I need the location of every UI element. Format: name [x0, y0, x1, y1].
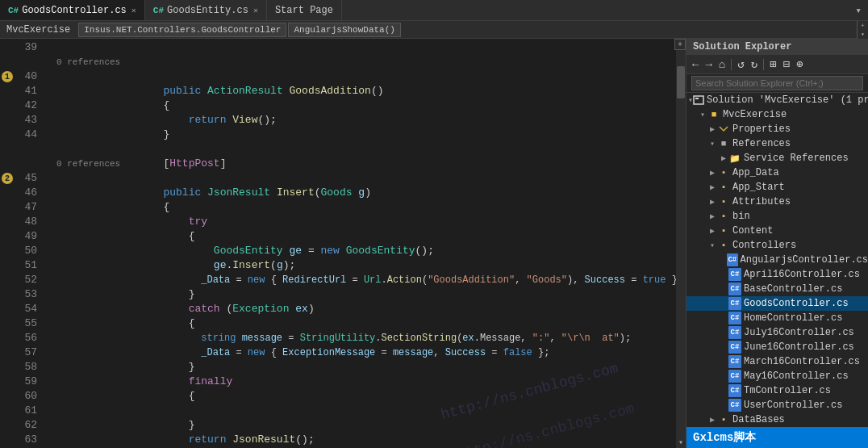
se-appstart[interactable]: ▶ ▪ App_Start	[686, 180, 868, 195]
se-appdata[interactable]: ▶ ▪ App_Data	[686, 165, 868, 180]
attributes-icon: ▪	[717, 195, 730, 208]
tab-startpage-label: Start Page	[275, 5, 333, 16]
bookmark-2: 2	[0, 171, 15, 186]
breadcrumb-namespace[interactable]: Insus.NET.Controllers.GoodsController	[78, 23, 286, 37]
close-tab-goodsentity[interactable]: ✕	[253, 6, 258, 15]
se-btn-refresh1[interactable]: ↺	[735, 57, 746, 72]
scrollbar-vertical[interactable]: ▴ ▾	[676, 39, 686, 448]
project-icon: ■	[707, 108, 720, 121]
close-tab-goodscontroller[interactable]: ✕	[131, 6, 136, 15]
se-references[interactable]: ▾ ■ References	[686, 136, 868, 151]
march16-icon: C#	[728, 355, 741, 368]
se-march16-label: March16Controller.cs	[744, 356, 860, 367]
se-tm-label: TmController.cs	[744, 385, 831, 396]
scrollbar-thumb[interactable]	[677, 66, 685, 98]
se-header: Solution Explorer	[686, 39, 868, 55]
se-controllers-label: Controllers	[732, 240, 796, 251]
se-controllers[interactable]: ▾ ▪ Controllers	[686, 238, 868, 253]
se-project-label: MvcExercise	[723, 109, 787, 120]
properties-icon	[717, 123, 730, 136]
code-refcount-40: 0 references	[50, 55, 670, 69]
se-june16[interactable]: ▶ C# June16Controller.cs	[686, 340, 868, 354]
main-area: + 1 2	[0, 39, 868, 448]
se-user-label: UserController.cs	[744, 400, 842, 411]
se-appstart-label: App_Start	[732, 182, 785, 193]
references-arrow: ▾	[707, 139, 717, 149]
tab-startpage[interactable]: Start Page	[267, 0, 342, 20]
se-july16[interactable]: ▶ C# July16Controller.cs	[686, 325, 868, 340]
project-arrow: ▾	[698, 110, 707, 119]
se-search	[686, 74, 868, 93]
svg-rect-0	[694, 96, 703, 104]
se-btn-expand[interactable]: ⊞	[767, 57, 778, 72]
databases-arrow: ▶	[707, 415, 717, 425]
se-angularjs[interactable]: ▶ C# AngularjsController.cs	[686, 253, 868, 267]
tab-goodscontroller[interactable]: C# GoodsController.cs ✕	[0, 0, 145, 20]
se-service-references[interactable]: ▶ 📁 Service References	[686, 151, 868, 165]
toolbar-scroll-down[interactable]: ▾	[858, 30, 868, 39]
scrollbar-track[interactable]	[676, 115, 686, 437]
angularjs-icon: C#	[727, 253, 737, 266]
se-march16[interactable]: ▶ C# March16Controller.cs	[686, 354, 868, 369]
se-goodscontroller-label: GoodsController.cs	[744, 298, 849, 309]
se-base[interactable]: ▶ C# BaseController.cs	[686, 282, 868, 296]
scrollbar-down-button[interactable]: ▾	[676, 437, 686, 448]
content-icon: ▪	[717, 224, 730, 237]
se-properties[interactable]: ▶ Properties	[686, 122, 868, 136]
bin-arrow: ▶	[707, 211, 717, 221]
se-home[interactable]: ▶ C# HomeController.cs	[686, 311, 868, 325]
breadcrumb-method[interactable]: AngularjsShowData()	[288, 23, 400, 37]
se-btn-back[interactable]: ←	[690, 57, 701, 72]
bookmark-num-2: 2	[2, 173, 13, 184]
controllers-icon: ▪	[717, 239, 730, 252]
april16-icon: C#	[728, 268, 741, 281]
se-toolbar: ← → ⌂ ↺ ↻ ⊞ ⊟ ⊕	[686, 55, 868, 74]
se-home-label: HomeController.cs	[744, 312, 842, 324]
se-title: Solution Explorer	[693, 41, 791, 52]
bottom-banner: Gxlcms脚本	[686, 427, 868, 448]
se-may16[interactable]: ▶ C# May16Controller.cs	[686, 369, 868, 383]
appstart-arrow: ▶	[707, 182, 717, 192]
code-area[interactable]: 0 references public ActionResult GoodsAd…	[44, 39, 676, 448]
tab-goodsentity-label: GoodsEntity.cs	[167, 5, 248, 16]
se-btn-refresh2[interactable]: ↻	[749, 57, 760, 72]
editor-content: 1 2	[0, 39, 686, 448]
se-solution[interactable]: ▾ Solution 'MvcExercise' (1 project)	[686, 93, 868, 107]
bin-icon: ▪	[717, 210, 730, 223]
se-search-input[interactable]	[691, 76, 863, 90]
se-project[interactable]: ▾ ■ MvcExercise	[686, 107, 868, 122]
se-attributes[interactable]: ▶ ▪ Attributes	[686, 195, 868, 209]
bookmark-1: 1	[2, 71, 13, 82]
toolbar2: MvcExercise Insus.NET.Controllers.GoodsC…	[0, 21, 868, 39]
references-icon: ■	[717, 137, 730, 150]
se-tm[interactable]: ▶ C# TmController.cs	[686, 383, 868, 398]
tab-goodsentity[interactable]: C# GoodsEntity.cs ✕	[145, 0, 267, 20]
code-line-45: public JsonResult Insert(Goods g)	[50, 171, 670, 186]
june16-icon: C#	[728, 341, 741, 354]
se-databases[interactable]: ▶ ▪ DataBases	[686, 412, 868, 427]
se-goodscontroller[interactable]: ▶ C# GoodsController.cs ➤	[686, 296, 868, 311]
tab-dropdown[interactable]: ▾	[849, 4, 868, 17]
se-databases-label: DataBases	[732, 414, 785, 425]
se-content[interactable]: ▶ ▪ Content	[686, 224, 868, 238]
se-april16-label: April16Controller.cs	[744, 269, 860, 280]
may16-icon: C#	[728, 370, 741, 383]
breadcrumb-project[interactable]: MvcExercise	[0, 23, 77, 37]
se-attributes-label: Attributes	[732, 196, 791, 207]
code-line-61: }	[50, 404, 670, 418]
se-references-label: References	[732, 138, 791, 149]
se-user[interactable]: ▶ C# UserController.cs	[686, 398, 868, 412]
scroll-top-button[interactable]: +	[674, 39, 686, 50]
se-btn-collapse[interactable]: ⊟	[781, 57, 792, 72]
se-appdata-label: App_Data	[732, 167, 779, 178]
home-icon: C#	[728, 312, 741, 324]
se-april16[interactable]: ▶ C# April16Controller.cs	[686, 267, 868, 282]
se-june16-label: June16Controller.cs	[744, 341, 854, 353]
se-btn-forward[interactable]: →	[703, 57, 714, 72]
se-btn-new[interactable]: ⊕	[794, 57, 805, 72]
se-btn-home[interactable]: ⌂	[716, 57, 728, 72]
content-arrow: ▶	[707, 226, 717, 236]
se-bin[interactable]: ▶ ▪ bin	[686, 209, 868, 224]
toolbar-scroll-up[interactable]: +	[858, 21, 868, 30]
cs-icon-1: C#	[8, 6, 19, 15]
